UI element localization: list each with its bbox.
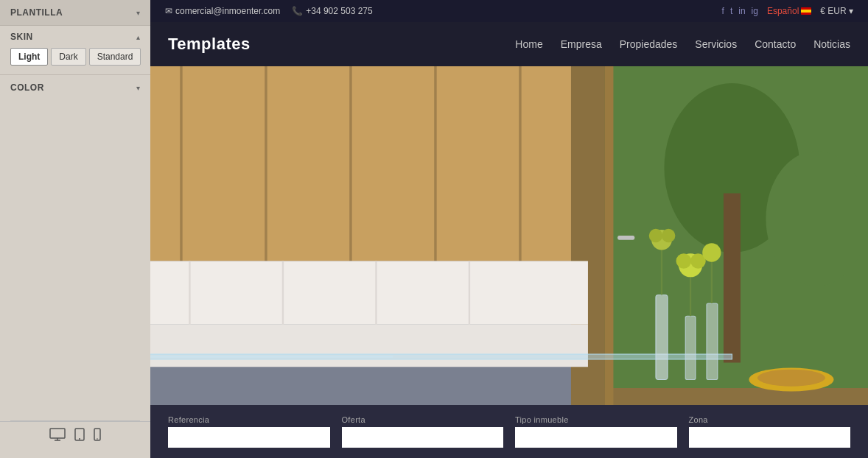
tablet-icon[interactable]: [74, 428, 85, 445]
skin-btn-standard[interactable]: Standard: [89, 48, 141, 66]
search-field-tipo: Tipo inmueble: [515, 415, 677, 448]
svg-point-41: [702, 243, 721, 261]
left-panel: PLANTILLA ▾ SKIN ▴ Light Dark Standard C…: [0, 0, 150, 458]
zona-input[interactable]: [689, 427, 851, 448]
color-label: COLOR: [10, 82, 44, 93]
svg-rect-21: [150, 261, 588, 325]
nav-contacto[interactable]: Contacto: [755, 38, 796, 50]
currency-selector[interactable]: € EUR ▾: [820, 6, 853, 16]
svg-rect-28: [150, 356, 393, 357]
currency-arrow: ▾: [849, 6, 853, 16]
skin-section: SKIN ▴ Light Dark Standard: [0, 26, 150, 75]
nav-bar: Templates Home Empresa Propiedades Servi…: [150, 22, 868, 66]
top-bar-email: ✉ comercial@inmoenter.com: [165, 6, 280, 16]
nav-noticias[interactable]: Noticias: [813, 38, 850, 50]
skin-arrow: ▴: [136, 33, 140, 41]
svg-point-43: [757, 370, 825, 387]
skin-btn-dark[interactable]: Dark: [51, 48, 85, 66]
search-field-oferta: Oferta: [342, 415, 504, 448]
plantilla-label: PLANTILLA: [10, 7, 63, 18]
svg-rect-8: [150, 66, 605, 261]
top-bar-right: f t in ig Español € EUR ▾: [722, 6, 853, 16]
email-text: comercial@inmoenter.com: [175, 6, 280, 16]
nav-propiedades[interactable]: Propiedades: [620, 38, 678, 50]
svg-rect-39: [707, 303, 718, 380]
top-bar-phone: 📞 +34 902 503 275: [292, 6, 372, 16]
nav-servicios[interactable]: Servicios: [695, 38, 737, 50]
skin-buttons: Light Dark Standard: [10, 48, 140, 66]
svg-rect-29: [656, 295, 668, 380]
color-arrow: ▾: [136, 84, 140, 92]
plantilla-section-header[interactable]: PLANTILLA ▾: [0, 0, 150, 26]
svg-rect-0: [50, 429, 65, 438]
search-field-zona: Zona: [689, 415, 851, 448]
search-field-referencia: Referencia: [168, 415, 330, 448]
nav-home[interactable]: Home: [515, 38, 542, 50]
instagram-icon[interactable]: ig: [752, 6, 758, 16]
referencia-input[interactable]: [168, 427, 330, 448]
facebook-icon[interactable]: f: [722, 6, 724, 16]
tipo-input[interactable]: [515, 427, 677, 448]
color-header[interactable]: COLOR ▾: [10, 82, 140, 93]
svg-point-33: [662, 229, 675, 242]
oferta-label: Oferta: [342, 415, 504, 424]
language-label: Español: [767, 6, 799, 16]
top-bar-left: ✉ comercial@inmoenter.com 📞 +34 902 503 …: [165, 6, 373, 16]
site-logo[interactable]: Templates: [168, 35, 251, 54]
social-icons: f t in ig: [722, 6, 758, 16]
nav-links: Home Empresa Propiedades Servicios Conta…: [515, 38, 850, 50]
svg-point-19: [766, 151, 867, 286]
email-icon: ✉: [165, 6, 172, 16]
desktop-icon[interactable]: [49, 428, 66, 445]
nav-empresa[interactable]: Empresa: [561, 38, 602, 50]
top-bar: ✉ comercial@inmoenter.com 📞 +34 902 503 …: [150, 0, 868, 22]
linkedin-icon[interactable]: in: [738, 6, 745, 16]
referencia-label: Referencia: [168, 415, 330, 424]
hero-image: [150, 66, 868, 405]
zona-label: Zona: [689, 415, 851, 424]
svg-rect-34: [685, 316, 696, 379]
skin-label: SKIN: [10, 32, 33, 42]
search-bar: Referencia Oferta Tipo inmueble Zona: [150, 405, 868, 458]
phone-text: +34 902 503 275: [306, 6, 372, 16]
hero-section: [150, 66, 868, 405]
twitter-icon[interactable]: t: [730, 6, 732, 16]
svg-rect-18: [724, 194, 741, 363]
phone-icon: 📞: [292, 6, 303, 16]
main-content: ✉ comercial@inmoenter.com 📞 +34 902 503 …: [150, 0, 868, 458]
svg-rect-20: [617, 236, 634, 240]
oferta-input[interactable]: [342, 427, 504, 448]
tipo-label: Tipo inmueble: [515, 415, 677, 424]
svg-point-4: [79, 438, 80, 440]
skin-btn-light[interactable]: Light: [10, 48, 48, 66]
svg-point-6: [97, 438, 98, 440]
flag-icon: [801, 7, 811, 15]
currency-label: € EUR: [820, 6, 846, 16]
language-selector[interactable]: Español: [767, 6, 811, 16]
device-icons-row: [0, 421, 150, 451]
color-section: COLOR ▾: [0, 75, 150, 100]
svg-point-37: [676, 253, 692, 269]
skin-header[interactable]: SKIN ▴: [10, 32, 140, 42]
mobile-icon[interactable]: [94, 428, 101, 445]
svg-point-32: [649, 229, 662, 242]
plantilla-arrow: ▾: [136, 9, 140, 17]
svg-rect-26: [150, 325, 588, 367]
